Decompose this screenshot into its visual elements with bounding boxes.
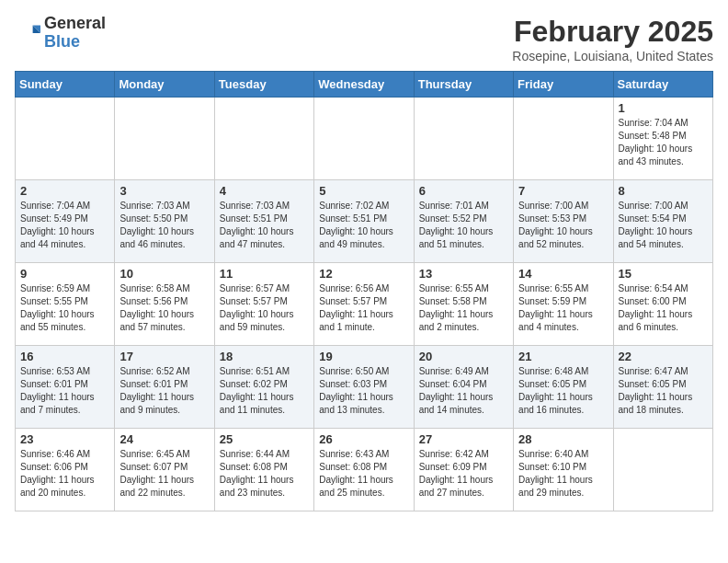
- page-header: General Blue February 2025 Rosepine, Lou…: [15, 15, 713, 63]
- calendar-cell: [414, 98, 513, 180]
- day-info: Sunrise: 6:53 AM Sunset: 6:01 PM Dayligh…: [20, 365, 109, 417]
- calendar-cell: [613, 429, 712, 511]
- calendar-cell: 15Sunrise: 6:54 AM Sunset: 6:00 PM Dayli…: [613, 263, 712, 346]
- day-info: Sunrise: 7:03 AM Sunset: 5:51 PM Dayligh…: [220, 200, 309, 251]
- calendar-cell: 11Sunrise: 6:57 AM Sunset: 5:57 PM Dayli…: [214, 263, 313, 346]
- weekday-header: Saturday: [613, 72, 712, 98]
- day-info: Sunrise: 7:04 AM Sunset: 5:48 PM Dayligh…: [619, 117, 708, 168]
- calendar: SundayMondayTuesdayWednesdayThursdayFrid…: [15, 71, 713, 511]
- calendar-cell: [314, 98, 414, 180]
- day-info: Sunrise: 6:44 AM Sunset: 6:08 PM Dayligh…: [220, 448, 309, 500]
- calendar-cell: 8Sunrise: 7:00 AM Sunset: 5:54 PM Daylig…: [613, 180, 712, 263]
- weekday-header-row: SundayMondayTuesdayWednesdayThursdayFrid…: [16, 72, 713, 98]
- calendar-cell: 2Sunrise: 7:04 AM Sunset: 5:49 PM Daylig…: [16, 180, 115, 263]
- day-info: Sunrise: 6:56 AM Sunset: 5:57 PM Dayligh…: [319, 282, 408, 334]
- weekday-header: Monday: [115, 72, 214, 98]
- day-number: 3: [119, 184, 209, 198]
- calendar-cell: 3Sunrise: 7:03 AM Sunset: 5:50 PM Daylig…: [115, 180, 214, 263]
- calendar-cell: [16, 98, 115, 180]
- day-info: Sunrise: 6:58 AM Sunset: 5:56 PM Dayligh…: [119, 282, 209, 334]
- day-number: 14: [518, 267, 608, 281]
- calendar-cell: [115, 98, 214, 180]
- day-number: 11: [220, 267, 309, 281]
- calendar-cell: 26Sunrise: 6:43 AM Sunset: 6:08 PM Dayli…: [314, 429, 414, 511]
- day-info: Sunrise: 6:45 AM Sunset: 6:07 PM Dayligh…: [119, 448, 209, 500]
- calendar-cell: 14Sunrise: 6:55 AM Sunset: 5:59 PM Dayli…: [514, 263, 613, 346]
- day-number: 8: [619, 184, 708, 198]
- calendar-cell: 9Sunrise: 6:59 AM Sunset: 5:55 PM Daylig…: [16, 263, 115, 346]
- calendar-week-row: 2Sunrise: 7:04 AM Sunset: 5:49 PM Daylig…: [16, 180, 713, 263]
- day-info: Sunrise: 6:43 AM Sunset: 6:08 PM Dayligh…: [319, 448, 408, 500]
- calendar-cell: 23Sunrise: 6:46 AM Sunset: 6:06 PM Dayli…: [16, 429, 115, 511]
- day-info: Sunrise: 7:03 AM Sunset: 5:50 PM Dayligh…: [119, 200, 209, 251]
- day-number: 4: [220, 184, 309, 198]
- calendar-cell: 7Sunrise: 7:00 AM Sunset: 5:53 PM Daylig…: [514, 180, 613, 263]
- calendar-cell: 5Sunrise: 7:02 AM Sunset: 5:51 PM Daylig…: [314, 180, 414, 263]
- day-info: Sunrise: 7:00 AM Sunset: 5:54 PM Dayligh…: [619, 200, 708, 251]
- day-number: 26: [319, 432, 408, 446]
- calendar-cell: 12Sunrise: 6:56 AM Sunset: 5:57 PM Dayli…: [314, 263, 414, 346]
- weekday-header: Wednesday: [314, 72, 414, 98]
- calendar-cell: 18Sunrise: 6:51 AM Sunset: 6:02 PM Dayli…: [214, 346, 313, 429]
- calendar-cell: 10Sunrise: 6:58 AM Sunset: 5:56 PM Dayli…: [115, 263, 214, 346]
- day-number: 2: [20, 184, 109, 198]
- calendar-week-row: 1Sunrise: 7:04 AM Sunset: 5:48 PM Daylig…: [16, 98, 713, 180]
- day-info: Sunrise: 6:57 AM Sunset: 5:57 PM Dayligh…: [220, 282, 309, 334]
- calendar-cell: 21Sunrise: 6:48 AM Sunset: 6:05 PM Dayli…: [514, 346, 613, 429]
- day-number: 15: [619, 267, 708, 281]
- logo: General Blue: [15, 15, 106, 52]
- calendar-cell: [214, 98, 313, 180]
- day-number: 10: [119, 267, 209, 281]
- day-info: Sunrise: 6:46 AM Sunset: 6:06 PM Dayligh…: [20, 448, 109, 500]
- logo-text: General Blue: [44, 15, 106, 52]
- day-number: 9: [20, 267, 109, 281]
- day-number: 28: [518, 432, 608, 446]
- calendar-cell: 17Sunrise: 6:52 AM Sunset: 6:01 PM Dayli…: [115, 346, 214, 429]
- day-number: 25: [220, 432, 309, 446]
- logo-icon: [15, 20, 40, 46]
- day-info: Sunrise: 6:51 AM Sunset: 6:02 PM Dayligh…: [220, 365, 309, 417]
- day-number: 19: [319, 350, 408, 363]
- day-info: Sunrise: 7:01 AM Sunset: 5:52 PM Dayligh…: [419, 200, 508, 251]
- calendar-cell: 19Sunrise: 6:50 AM Sunset: 6:03 PM Dayli…: [314, 346, 414, 429]
- day-number: 23: [20, 432, 109, 446]
- calendar-cell: 24Sunrise: 6:45 AM Sunset: 6:07 PM Dayli…: [115, 429, 214, 511]
- day-number: 17: [119, 350, 209, 363]
- calendar-cell: 13Sunrise: 6:55 AM Sunset: 5:58 PM Dayli…: [414, 263, 513, 346]
- calendar-cell: 1Sunrise: 7:04 AM Sunset: 5:48 PM Daylig…: [613, 98, 712, 180]
- title-block: February 2025 Rosepine, Louisiana, Unite…: [512, 15, 713, 63]
- calendar-cell: 27Sunrise: 6:42 AM Sunset: 6:09 PM Dayli…: [414, 429, 513, 511]
- day-number: 12: [319, 267, 408, 281]
- day-info: Sunrise: 6:47 AM Sunset: 6:05 PM Dayligh…: [619, 365, 708, 417]
- day-info: Sunrise: 7:04 AM Sunset: 5:49 PM Dayligh…: [20, 200, 109, 251]
- day-number: 13: [419, 267, 508, 281]
- day-number: 5: [319, 184, 408, 198]
- weekday-header: Sunday: [16, 72, 115, 98]
- day-number: 20: [419, 350, 508, 363]
- calendar-cell: 4Sunrise: 7:03 AM Sunset: 5:51 PM Daylig…: [214, 180, 313, 263]
- calendar-week-row: 9Sunrise: 6:59 AM Sunset: 5:55 PM Daylig…: [16, 263, 713, 346]
- calendar-cell: 28Sunrise: 6:40 AM Sunset: 6:10 PM Dayli…: [514, 429, 613, 511]
- day-info: Sunrise: 6:55 AM Sunset: 5:58 PM Dayligh…: [419, 282, 508, 334]
- calendar-cell: 25Sunrise: 6:44 AM Sunset: 6:08 PM Dayli…: [214, 429, 313, 511]
- weekday-header: Tuesday: [214, 72, 313, 98]
- weekday-header: Thursday: [414, 72, 513, 98]
- day-info: Sunrise: 6:40 AM Sunset: 6:10 PM Dayligh…: [518, 448, 608, 500]
- day-info: Sunrise: 6:54 AM Sunset: 6:00 PM Dayligh…: [619, 282, 708, 334]
- calendar-week-row: 16Sunrise: 6:53 AM Sunset: 6:01 PM Dayli…: [16, 346, 713, 429]
- calendar-week-row: 23Sunrise: 6:46 AM Sunset: 6:06 PM Dayli…: [16, 429, 713, 511]
- day-info: Sunrise: 6:59 AM Sunset: 5:55 PM Dayligh…: [20, 282, 109, 334]
- day-info: Sunrise: 7:02 AM Sunset: 5:51 PM Dayligh…: [319, 200, 408, 251]
- day-number: 18: [220, 350, 309, 363]
- weekday-header: Friday: [514, 72, 613, 98]
- calendar-cell: 20Sunrise: 6:49 AM Sunset: 6:04 PM Dayli…: [414, 346, 513, 429]
- day-number: 6: [419, 184, 508, 198]
- day-number: 7: [518, 184, 608, 198]
- day-info: Sunrise: 6:48 AM Sunset: 6:05 PM Dayligh…: [518, 365, 608, 417]
- month-title: February 2025: [512, 15, 713, 49]
- calendar-cell: 16Sunrise: 6:53 AM Sunset: 6:01 PM Dayli…: [16, 346, 115, 429]
- day-info: Sunrise: 6:55 AM Sunset: 5:59 PM Dayligh…: [518, 282, 608, 334]
- day-number: 22: [619, 350, 708, 363]
- day-info: Sunrise: 6:42 AM Sunset: 6:09 PM Dayligh…: [419, 448, 508, 500]
- day-info: Sunrise: 7:00 AM Sunset: 5:53 PM Dayligh…: [518, 200, 608, 251]
